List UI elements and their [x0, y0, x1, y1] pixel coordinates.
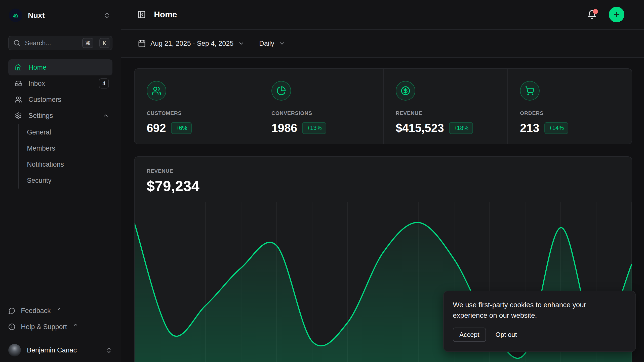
stat-delta-badge: +18%	[449, 122, 473, 134]
circle-dollar-icon	[396, 81, 415, 101]
inbox-icon	[15, 80, 22, 87]
stat-value: 692	[147, 121, 166, 135]
shopping-cart-icon	[520, 81, 540, 101]
sidebar-item-label: General	[27, 128, 51, 136]
page-title: Home	[154, 10, 177, 19]
stat-value: $415,523	[396, 121, 444, 135]
sidebar: Nuxt Search... ⌘ K Home	[0, 0, 121, 362]
stat-orders[interactable]: ORDERS 213 +14%	[507, 69, 632, 144]
stat-label: CUSTOMERS	[147, 110, 259, 116]
stat-label: ORDERS	[520, 110, 632, 116]
stat-value: 1986	[271, 121, 297, 135]
stat-delta-badge: +14%	[544, 122, 568, 134]
sidebar-item-notifications[interactable]: Notifications	[19, 156, 112, 172]
info-circle-icon	[8, 323, 15, 330]
opt-out-button[interactable]: Opt out	[496, 331, 517, 339]
pie-chart-icon	[271, 81, 291, 101]
sidebar-item-settings[interactable]: Settings	[8, 108, 112, 124]
accept-button[interactable]: Accept	[453, 328, 486, 342]
sidebar-item-label: Security	[27, 177, 52, 185]
chevrons-up-down-icon	[103, 12, 110, 19]
date-range-label: Aug 21, 2025 - Sep 4, 2025	[150, 40, 233, 48]
kbd-meta: ⌘	[82, 38, 93, 48]
app-window: Nuxt Search... ⌘ K Home	[0, 0, 644, 362]
cookie-message: We use first-party cookies to enhance yo…	[453, 300, 609, 321]
stats-card: CUSTOMERS 692 +6% CONVERSIONS 1986 +13%	[134, 68, 632, 144]
message-circle-icon	[8, 307, 15, 314]
sidebar-collapse-button[interactable]	[137, 10, 146, 19]
team-name: Nuxt	[28, 11, 98, 20]
panel-left-close-icon	[137, 10, 146, 19]
stat-delta-badge: +6%	[171, 122, 192, 134]
sidebar-item-label: Settings	[28, 112, 53, 120]
sidebar-item-security[interactable]: Security	[19, 172, 112, 189]
user-menu[interactable]: Benjamin Canac	[8, 338, 112, 362]
chevron-up-icon	[102, 112, 109, 119]
stat-conversions[interactable]: CONVERSIONS 1986 +13%	[259, 69, 383, 144]
chevrons-up-down-icon	[105, 347, 112, 354]
search-input[interactable]: Search... ⌘ K	[8, 36, 112, 50]
granularity-select[interactable]: Daily	[259, 40, 285, 48]
granularity-label: Daily	[259, 40, 274, 48]
chevron-down-icon	[238, 40, 245, 47]
feedback-link[interactable]: Feedback	[8, 303, 112, 319]
nuxt-logo	[9, 9, 22, 22]
sidebar-item-label: Home	[28, 64, 47, 71]
sidebar-item-inbox[interactable]: Inbox 4	[8, 75, 112, 92]
stat-label: CONVERSIONS	[271, 110, 383, 116]
sidebar-item-label: Inbox	[28, 80, 45, 87]
avatar	[8, 344, 21, 356]
kbd-k: K	[99, 38, 109, 48]
search-icon	[13, 39, 20, 47]
stat-revenue[interactable]: REVENUE $415,523 +18%	[383, 69, 507, 144]
sidebar-item-label: Members	[27, 145, 55, 152]
sidebar-item-members[interactable]: Members	[19, 140, 112, 156]
chart-total-value: $79,234	[147, 177, 632, 194]
stat-customers[interactable]: CUSTOMERS 692 +6%	[135, 69, 259, 144]
sidebar-item-label: Customers	[28, 96, 61, 104]
users-icon	[15, 96, 22, 103]
plus-icon	[613, 11, 621, 19]
sidebar-item-label: Notifications	[27, 161, 64, 168]
sidebar-item-customers[interactable]: Customers	[8, 92, 112, 108]
date-range-picker[interactable]: Aug 21, 2025 - Sep 4, 2025	[138, 39, 245, 48]
notifications-button[interactable]	[587, 10, 597, 19]
user-name: Benjamin Canac	[27, 346, 99, 354]
stat-label: REVENUE	[396, 110, 507, 116]
users-icon	[147, 81, 166, 101]
sidebar-footer: Feedback Help & Support Benjamin Canac	[8, 303, 112, 362]
stat-value: 213	[520, 121, 539, 135]
cookie-banner: We use first-party cookies to enhance yo…	[443, 291, 636, 352]
topbar-actions	[587, 7, 624, 22]
notification-dot	[593, 9, 598, 14]
gear-icon	[15, 112, 22, 119]
footer-link-label: Help & Support	[21, 323, 67, 331]
calendar-icon	[138, 39, 146, 48]
main-area: Home Aug 21, 2025 - Sep 4, 2025	[121, 0, 644, 362]
dashboard-content: CUSTOMERS 692 +6% CONVERSIONS 1986 +13%	[121, 58, 644, 362]
search-placeholder: Search...	[25, 39, 78, 47]
help-support-link[interactable]: Help & Support	[8, 319, 112, 335]
footer-link-label: Feedback	[21, 307, 51, 315]
chart-title: REVENUE	[147, 168, 632, 174]
external-link-icon	[57, 307, 61, 311]
sidebar-nav: Home Inbox 4 Customers Settings	[8, 59, 112, 189]
topbar: Home	[121, 0, 644, 30]
inbox-count-badge: 4	[99, 78, 109, 88]
sidebar-item-general[interactable]: General	[19, 124, 112, 140]
external-link-icon	[73, 323, 77, 327]
team-switcher[interactable]: Nuxt	[8, 7, 112, 24]
home-icon	[15, 64, 22, 71]
chart-header: REVENUE $79,234	[135, 157, 632, 194]
stat-delta-badge: +13%	[302, 122, 326, 134]
cookie-actions: Accept Opt out	[453, 328, 626, 342]
filter-bar: Aug 21, 2025 - Sep 4, 2025 Daily	[121, 30, 644, 58]
add-button[interactable]	[609, 7, 624, 22]
settings-subnav: General Members Notifications Security	[18, 124, 112, 189]
sidebar-item-home[interactable]: Home	[8, 59, 112, 75]
chevron-down-icon	[279, 40, 285, 47]
